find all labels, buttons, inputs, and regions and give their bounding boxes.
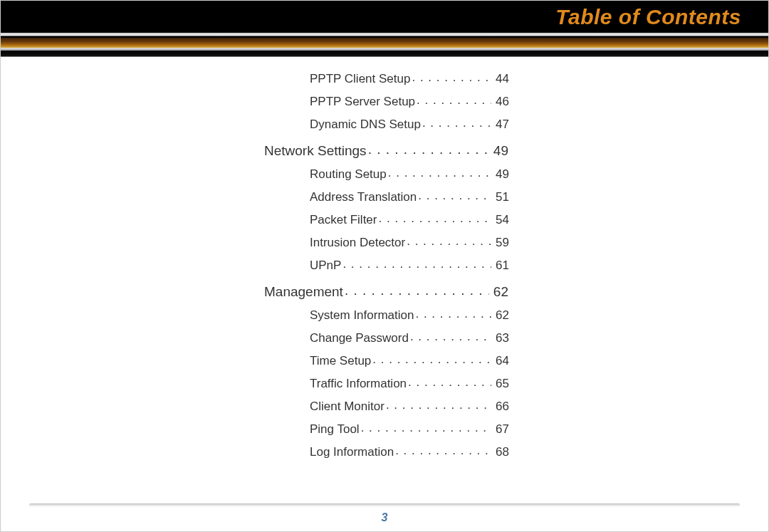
toc-sub-entry: Routing Setup 49 bbox=[310, 166, 509, 182]
toc-dot-leader bbox=[410, 330, 491, 342]
header-band: Table of Contents bbox=[1, 1, 768, 56]
toc-entry-label: Dynamic DNS Setup bbox=[310, 118, 421, 132]
header-rule-gold bbox=[1, 38, 768, 48]
header-rule-1 bbox=[1, 33, 768, 36]
toc-section-entry: Network Settings 49 bbox=[264, 142, 508, 159]
toc-entry-label: UPnP bbox=[310, 259, 341, 273]
toc-dot-leader bbox=[418, 189, 491, 201]
toc-entry-label: Packet Filter bbox=[310, 213, 377, 227]
page-title: Table of Contents bbox=[555, 5, 741, 29]
toc-dot-leader bbox=[361, 421, 491, 433]
toc-dot-leader bbox=[417, 93, 491, 105]
toc-sub-entry: Traffic Information 65 bbox=[310, 375, 509, 391]
table-of-contents: PPTP Client Setup 44 PPTP Server Setup 4… bbox=[264, 66, 499, 466]
toc-dot-leader bbox=[388, 166, 491, 178]
toc-entry-label: PPTP Client Setup bbox=[310, 72, 410, 86]
toc-dot-leader bbox=[412, 71, 491, 83]
toc-entry-label: Change Password bbox=[310, 331, 409, 345]
toc-entry-page: 54 bbox=[493, 213, 509, 227]
toc-entry-label: Network Settings bbox=[264, 143, 367, 159]
toc-entry-page: 47 bbox=[493, 118, 509, 132]
toc-entry-label: Traffic Information bbox=[310, 377, 407, 391]
toc-entry-label: Ping Tool bbox=[310, 422, 360, 437]
toc-sub-entry: PPTP Server Setup 46 bbox=[310, 93, 509, 109]
toc-sub-entry: Intrusion Detector 59 bbox=[310, 234, 509, 250]
toc-dot-leader bbox=[386, 398, 491, 410]
toc-entry-page: 63 bbox=[493, 331, 509, 345]
toc-dot-leader bbox=[345, 283, 489, 296]
toc-entry-label: Client Monitor bbox=[310, 400, 384, 414]
toc-dot-leader bbox=[342, 257, 491, 269]
toc-sub-entry: Address Translation 51 bbox=[310, 189, 509, 204]
toc-dot-leader bbox=[372, 353, 491, 365]
toc-entry-label: Routing Setup bbox=[310, 167, 387, 182]
toc-entry-page: 61 bbox=[493, 259, 509, 273]
toc-dot-leader bbox=[422, 116, 491, 128]
toc-entry-page: 62 bbox=[493, 308, 509, 323]
toc-entry-label: PPTP Server Setup bbox=[310, 95, 415, 109]
toc-sub-entry: Ping Tool 67 bbox=[310, 421, 509, 437]
toc-sub-entry: Dynamic DNS Setup 47 bbox=[310, 116, 509, 132]
header-rule-4 bbox=[1, 51, 768, 57]
toc-sub-entry: PPTP Client Setup 44 bbox=[310, 71, 509, 86]
page: Table of Contents PPTP Client Setup 44 P… bbox=[0, 0, 769, 532]
toc-dot-leader bbox=[395, 444, 491, 456]
toc-sub-entry: System Information 62 bbox=[310, 307, 509, 323]
toc-entry-page: 49 bbox=[491, 143, 508, 159]
toc-entry-label: Time Setup bbox=[310, 354, 371, 368]
toc-entry-label: Address Translation bbox=[310, 190, 417, 204]
toc-sub-entry: Log Information 68 bbox=[310, 444, 509, 459]
toc-dot-leader bbox=[407, 234, 491, 246]
toc-entry-page: 67 bbox=[493, 422, 509, 437]
toc-dot-leader bbox=[378, 212, 491, 224]
toc-sub-entry: Time Setup 64 bbox=[310, 353, 509, 368]
toc-entry-page: 59 bbox=[493, 236, 509, 250]
toc-entry-page: 44 bbox=[493, 72, 509, 86]
toc-entry-label: Management bbox=[264, 284, 343, 300]
toc-entry-page: 51 bbox=[493, 190, 509, 204]
toc-sub-entry: Packet Filter 54 bbox=[310, 212, 509, 227]
toc-entry-label: System Information bbox=[310, 308, 414, 323]
toc-entry-label: Log Information bbox=[310, 445, 394, 459]
toc-sub-entry: UPnP 61 bbox=[310, 257, 509, 273]
toc-dot-leader bbox=[415, 307, 491, 319]
toc-dot-leader bbox=[368, 142, 489, 155]
toc-sub-entry: Change Password 63 bbox=[310, 330, 509, 345]
toc-entry-page: 66 bbox=[493, 400, 509, 414]
toc-dot-leader bbox=[408, 375, 491, 387]
toc-entry-page: 49 bbox=[493, 167, 509, 182]
footer-rule bbox=[29, 504, 740, 507]
toc-entry-page: 46 bbox=[493, 95, 509, 109]
toc-section-entry: Management 62 bbox=[264, 283, 508, 300]
toc-entry-page: 68 bbox=[493, 445, 509, 459]
toc-sub-entry: Client Monitor 66 bbox=[310, 398, 509, 414]
toc-entry-label: Intrusion Detector bbox=[310, 236, 405, 250]
footer-page-number: 3 bbox=[1, 511, 768, 524]
toc-entry-page: 65 bbox=[493, 377, 509, 391]
toc-entry-page: 62 bbox=[491, 284, 508, 300]
toc-entry-page: 64 bbox=[493, 354, 509, 368]
